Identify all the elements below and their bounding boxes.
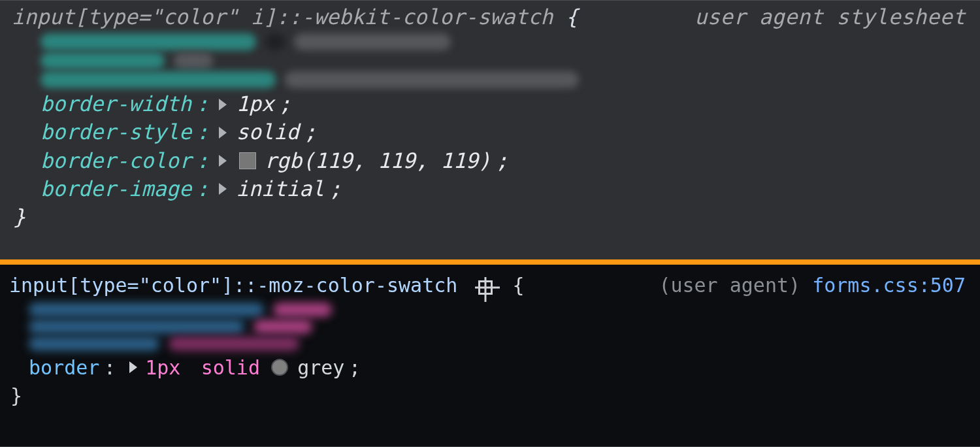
css-selector[interactable]: input[type="color"]::-moz-color-swatch — [9, 274, 457, 297]
brace-close: } — [12, 203, 966, 231]
expand-shorthand-icon[interactable] — [219, 183, 227, 195]
css-value-size[interactable]: 1px — [145, 354, 180, 382]
moz-rule-header: input[type="color"]::-moz-color-swatch {… — [9, 271, 966, 300]
css-property-value[interactable]: 1px — [237, 90, 274, 118]
moz-selector-line: input[type="color"]::-moz-color-swatch { — [9, 271, 525, 300]
css-declaration[interactable]: border-style : solid ; — [12, 118, 966, 146]
color-swatch-icon[interactable] — [271, 359, 288, 376]
expand-shorthand-icon[interactable] — [219, 99, 227, 110]
user-agent-label: (user agent) — [659, 274, 800, 297]
css-property-name: border-color — [41, 147, 191, 175]
css-value-style[interactable]: solid — [201, 354, 260, 382]
semicolon: ; — [495, 147, 508, 175]
obscured-declaration — [12, 52, 966, 69]
colon: : — [196, 118, 208, 146]
colon: : — [196, 90, 208, 118]
css-declaration[interactable]: border-color : rgb(119, 119, 119) ; — [12, 147, 966, 175]
semicolon: ; — [329, 175, 341, 203]
brace-open: { — [512, 274, 524, 297]
obscured-declaration — [12, 71, 966, 88]
webkit-rule-panel: input[type="color" i]::-webkit-color-swa… — [0, 0, 980, 259]
css-property-value[interactable]: rgb(119, 119, 119) — [265, 147, 491, 175]
expand-shorthand-icon[interactable] — [219, 127, 227, 139]
css-selector[interactable]: input[type="color" i]::-webkit-color-swa… — [12, 5, 553, 29]
stylesheet-source: (user agent) forms.css:507 — [659, 271, 966, 300]
css-property-value[interactable]: solid — [237, 118, 299, 146]
highlight-elements-icon[interactable] — [478, 280, 493, 295]
stylesheet-source-link[interactable]: forms.css:507 — [812, 274, 966, 297]
semicolon: ; — [304, 118, 316, 146]
css-property-name: border — [29, 354, 99, 382]
colon: : — [104, 354, 116, 382]
obscured-declaration — [12, 33, 966, 50]
css-declaration[interactable]: border-image : initial ; — [12, 175, 966, 203]
css-property-name: border-width — [41, 90, 191, 118]
css-property-name: border-style — [41, 118, 191, 146]
panel-divider — [0, 259, 980, 265]
moz-rule-panel: input[type="color"]::-moz-color-swatch {… — [0, 265, 980, 447]
stylesheet-source-label: user agent stylesheet — [694, 3, 966, 31]
obscured-declaration — [9, 303, 966, 317]
colon: : — [196, 175, 208, 203]
brace-close: } — [9, 382, 966, 410]
colon: : — [196, 147, 208, 175]
webkit-rule-header: input[type="color" i]::-webkit-color-swa… — [12, 3, 966, 31]
expand-shorthand-icon[interactable] — [219, 155, 227, 167]
color-swatch-icon[interactable] — [239, 152, 256, 169]
webkit-selector-line: input[type="color" i]::-webkit-color-swa… — [12, 3, 578, 31]
css-declaration[interactable]: border-width : 1px ; — [12, 90, 966, 118]
css-declaration[interactable]: border : 1px solid grey ; — [9, 354, 966, 382]
css-property-name: border-image — [41, 175, 191, 203]
css-value-color[interactable]: grey — [297, 354, 344, 382]
css-property-value[interactable]: initial — [237, 175, 325, 203]
obscured-declaration — [9, 337, 966, 351]
semicolon: ; — [278, 90, 291, 118]
expand-shorthand-icon[interactable] — [129, 361, 137, 373]
semicolon: ; — [349, 354, 361, 382]
brace-open: { — [566, 5, 578, 29]
obscured-declaration — [9, 320, 966, 334]
